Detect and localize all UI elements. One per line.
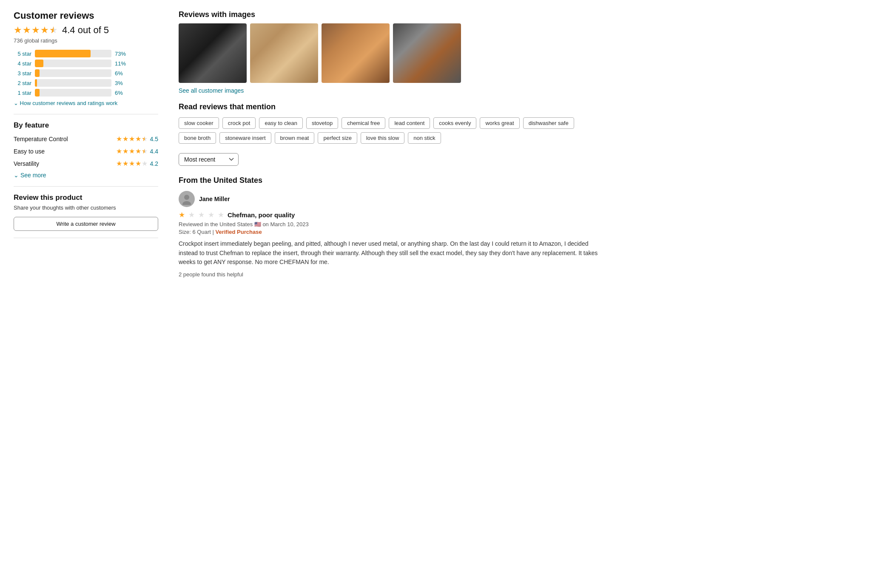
fstar-t-4: ★ — [135, 135, 141, 143]
feature-rating-temp: ★ ★ ★ ★ ★ 4.5 — [116, 135, 158, 143]
rstar-2: ★ — [188, 210, 195, 219]
fstar-t-5: ★ — [142, 135, 148, 143]
rating-label-4[interactable]: 4 star — [14, 60, 31, 67]
reviewer-avatar — [179, 191, 195, 207]
see-all-images-link[interactable]: See all customer images — [179, 87, 609, 94]
tag-works-great[interactable]: works great — [480, 117, 519, 129]
see-more-link[interactable]: ⌄ See more — [14, 172, 158, 179]
review-meta: Reviewed in the United States 🇺🇸 on Marc… — [179, 221, 609, 227]
bar-track-1 — [35, 89, 111, 97]
bar-fill-5 — [35, 50, 91, 57]
tag-love-this-slow[interactable]: love this slow — [361, 132, 404, 144]
sort-dropdown-wrap: Most recent Top reviews Critical reviews — [179, 153, 609, 166]
feature-name-versatility: Versatility — [14, 160, 39, 167]
fstar-v-4: ★ — [135, 159, 141, 168]
tag-slow-cooker[interactable]: slow cooker — [179, 117, 219, 129]
bar-fill-4 — [35, 60, 43, 67]
divider-1 — [14, 114, 158, 114]
review-size-verified: Size: 6 Quart | Verified Purchase — [179, 229, 609, 235]
tag-brown-meat[interactable]: brown meat — [275, 132, 315, 144]
rating-label-5[interactable]: 5 star — [14, 51, 31, 57]
fstar-e-3: ★ — [129, 147, 135, 155]
rstar-5: ★ — [218, 210, 224, 219]
divider-3 — [14, 238, 158, 238]
bar-fill-1 — [35, 89, 40, 97]
fstar-v-5: ★ — [142, 159, 148, 168]
feature-row-easy: Easy to use ★ ★ ★ ★ ★ 4.4 — [14, 147, 158, 155]
fstar-e-1: ★ — [116, 147, 122, 155]
rating-label-3[interactable]: 3 star — [14, 70, 31, 77]
verified-badge: Verified Purchase — [216, 229, 262, 235]
star-1: ★ — [14, 25, 22, 36]
fstar-t-1: ★ — [116, 135, 122, 143]
bar-pct-5[interactable]: 73% — [115, 51, 128, 57]
tag-lead-content[interactable]: lead content — [389, 117, 430, 129]
review-image-2[interactable] — [250, 23, 318, 83]
review-image-4[interactable] — [393, 23, 461, 83]
tag-stovetop[interactable]: stovetop — [306, 117, 338, 129]
read-reviews-mention-title: Read reviews that mention — [179, 102, 609, 111]
bar-track-5 — [35, 50, 111, 57]
feature-stars-temp: ★ ★ ★ ★ ★ — [116, 135, 148, 143]
tag-non-stick[interactable]: non stick — [408, 132, 441, 144]
how-ratings-link[interactable]: ⌄ How customer reviews and ratings work — [14, 100, 158, 106]
right-panel: Reviews with images See all customer ima… — [179, 10, 609, 278]
bar-fill-3 — [35, 69, 40, 77]
review-image-1[interactable] — [179, 23, 247, 83]
helpful-text: 2 people found this helpful — [179, 271, 609, 278]
pipe-separator: | — [213, 229, 216, 235]
rating-row-3: 3 star 6% — [14, 69, 158, 77]
fstar-e-5: ★ — [142, 147, 148, 155]
feature-row-versatility: Versatility ★ ★ ★ ★ ★ 4.2 — [14, 159, 158, 168]
rating-row-5: 5 star 73% — [14, 50, 158, 57]
rating-label-1[interactable]: 1 star — [14, 90, 31, 96]
overall-rating: ★ ★ ★ ★ ★ 4.4 out of 5 — [14, 25, 158, 36]
feature-stars-versatility: ★ ★ ★ ★ ★ — [116, 159, 148, 168]
bar-track-4 — [35, 60, 111, 67]
feature-score-versatility[interactable]: 4.2 — [150, 160, 158, 167]
tag-easy-to-clean[interactable]: easy to clean — [259, 117, 303, 129]
feature-stars-easy: ★ ★ ★ ★ ★ — [116, 147, 148, 155]
bar-pct-4[interactable]: 11% — [115, 60, 128, 67]
overall-rating-number: 4.4 out of 5 — [62, 25, 109, 36]
tag-stoneware-insert[interactable]: stoneware insert — [219, 132, 271, 144]
rating-label-2[interactable]: 2 star — [14, 80, 31, 86]
global-ratings-text: 736 global ratings — [14, 37, 158, 44]
feature-rating-versatility: ★ ★ ★ ★ ★ 4.2 — [116, 159, 158, 168]
feature-name-easy: Easy to use — [14, 148, 45, 155]
bar-pct-3[interactable]: 6% — [115, 70, 128, 77]
star-5-half: ★ — [49, 25, 58, 36]
fstar-v-2: ★ — [122, 159, 128, 168]
overall-stars: ★ ★ ★ ★ ★ — [14, 25, 58, 36]
feature-score-temp[interactable]: 4.5 — [150, 136, 158, 142]
fstar-e-4: ★ — [135, 147, 141, 155]
review-size-text: Size: 6 Quart — [179, 229, 211, 235]
reviews-with-images-title: Reviews with images — [179, 10, 609, 19]
tag-cooks-evenly[interactable]: cooks evenly — [433, 117, 476, 129]
tag-perfect-size[interactable]: perfect size — [318, 132, 357, 144]
mention-tags-container: slow cooker crock pot easy to clean stov… — [179, 117, 609, 144]
write-review-button[interactable]: Write a customer review — [14, 217, 158, 231]
tag-dishwasher-safe[interactable]: dishwasher safe — [523, 117, 574, 129]
sort-dropdown[interactable]: Most recent Top reviews Critical reviews — [179, 153, 239, 166]
tag-chemical-free[interactable]: chemical free — [342, 117, 385, 129]
reviewer-name: Jane Miller — [199, 196, 230, 202]
star-4: ★ — [40, 25, 49, 36]
review-share-text: Share your thoughts with other customers — [14, 205, 158, 211]
tag-crock-pot[interactable]: crock pot — [222, 117, 256, 129]
divider-2 — [14, 186, 158, 187]
tag-bone-broth[interactable]: bone broth — [179, 132, 216, 144]
feature-score-easy[interactable]: 4.4 — [150, 148, 158, 155]
bar-pct-2[interactable]: 3% — [115, 80, 128, 86]
image-thumbnails — [179, 23, 609, 83]
rating-row-4: 4 star 11% — [14, 60, 158, 67]
bar-track-2 — [35, 79, 111, 87]
rating-row-1: 1 star 6% — [14, 89, 158, 97]
page-layout: Customer reviews ★ ★ ★ ★ ★ 4.4 out of 5 … — [14, 10, 609, 278]
review-image-3[interactable] — [322, 23, 390, 83]
bar-pct-1[interactable]: 6% — [115, 90, 128, 96]
fstar-v-1: ★ — [116, 159, 122, 168]
customer-reviews-title: Customer reviews — [14, 10, 158, 21]
svg-point-0 — [184, 195, 189, 200]
rstar-4: ★ — [208, 210, 214, 219]
